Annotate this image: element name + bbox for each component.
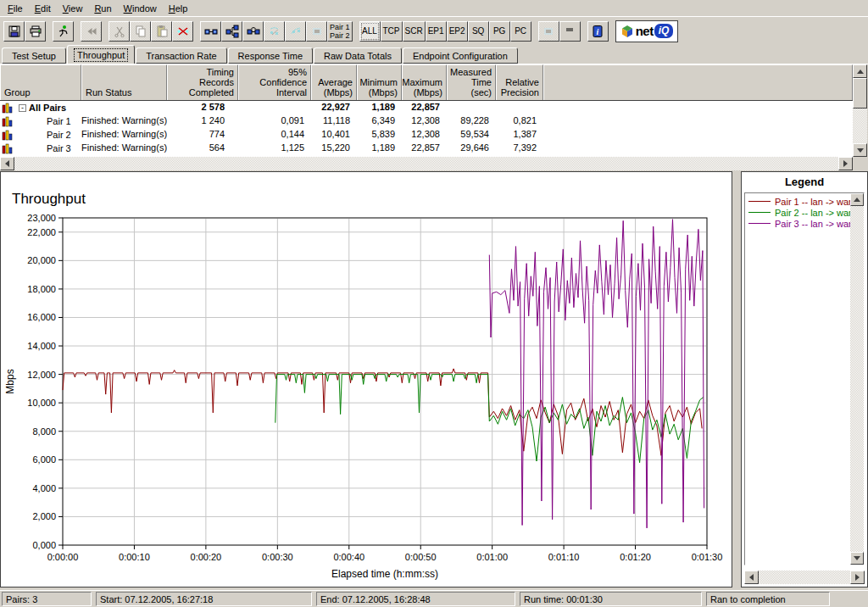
- replicate-pair-button: [285, 21, 306, 42]
- filter-scr-label: SCR: [405, 27, 423, 36]
- value-cell: [238, 101, 311, 114]
- filter-tcp-button[interactable]: TCP: [381, 21, 403, 42]
- svg-text:0:01:30: 0:01:30: [692, 552, 723, 562]
- svg-text:0:00:50: 0:00:50: [405, 552, 437, 562]
- legend-title: Legend: [742, 172, 867, 188]
- tab-test-setup[interactable]: Test Setup: [2, 47, 66, 64]
- value-cell: 1,189: [357, 101, 402, 114]
- legend-line-sample: [748, 212, 771, 213]
- grid-vertical-scrollbar[interactable]: [853, 64, 867, 157]
- table-row-all-pairs[interactable]: -All Pairs2 57822,9271,18922,857: [0, 101, 853, 114]
- legend-scroll-right-arrow-icon[interactable]: [850, 571, 865, 584]
- columns-button: [538, 21, 559, 42]
- svg-text:18,000: 18,000: [27, 284, 56, 294]
- tab-raw-data-totals[interactable]: Raw Data Totals: [314, 47, 402, 64]
- grid-scroll-up-arrow-icon[interactable]: [853, 64, 867, 78]
- svg-text:16,000: 16,000: [27, 312, 56, 322]
- tab-label: Transaction Rate: [142, 49, 220, 63]
- edit-pair-button: [264, 21, 285, 42]
- svg-text:0:01:10: 0:01:10: [548, 552, 580, 562]
- group-cell: -All Pairs: [0, 101, 81, 114]
- grid-scroll-right-arrow-icon[interactable]: [838, 157, 853, 170]
- filter-ep2-button[interactable]: EP2: [447, 21, 468, 42]
- menu-help[interactable]: Help: [163, 2, 194, 15]
- legend-entry-pair-1[interactable]: Pair 1 -- lan -> wan: [747, 196, 862, 207]
- filter-sq-button[interactable]: SQ: [468, 21, 489, 42]
- filler-cell: [543, 128, 853, 142]
- menu-run[interactable]: Run: [88, 2, 117, 15]
- legend-entry-pair-3[interactable]: Pair 3 -- lan -> wan: [747, 218, 862, 229]
- grid-horizontal-scrollbar[interactable]: [0, 157, 853, 170]
- tab-transaction-rate[interactable]: Transaction Rate: [136, 47, 226, 64]
- run-test-icon: [57, 25, 70, 38]
- grid-hscroll-track[interactable]: [14, 157, 838, 170]
- legend-scroll-left-arrow-icon[interactable]: [744, 571, 759, 584]
- rewind-icon: [85, 25, 98, 38]
- grid-header-row: GroupRun StatusTiming Records Completed9…: [0, 64, 853, 101]
- tab-bar: Test SetupThroughputTransaction RateResp…: [0, 45, 868, 64]
- tab-endpoint-configuration[interactable]: Endpoint Configuration: [403, 47, 518, 64]
- filter-ep1-button[interactable]: EP1: [426, 21, 447, 42]
- toolbar-group-filters: ALLTCPSCREP1EP2SQPGPC: [359, 21, 531, 42]
- menu-view[interactable]: View: [57, 2, 89, 15]
- details-view-button[interactable]: [559, 21, 581, 42]
- legend-vertical-scrollbar[interactable]: [850, 193, 864, 565]
- legend-hscroll-track[interactable]: [759, 571, 850, 584]
- run-test-button[interactable]: [53, 21, 74, 42]
- tab-response-time[interactable]: Response Time: [228, 47, 313, 64]
- grid-scroll-thumb[interactable]: [853, 78, 867, 109]
- toolbar: Pair 1 Pair 2ALLTCPSCREP1EP2SQPGPCinetiQ: [0, 16, 868, 45]
- add-pair-button[interactable]: [200, 21, 221, 42]
- svg-text:0:01:20: 0:01:20: [620, 552, 651, 562]
- filter-tcp-label: TCP: [383, 27, 400, 36]
- add-multi-pair-button[interactable]: [221, 21, 242, 42]
- tab-label: Test Setup: [8, 49, 59, 63]
- value-cell: 1,189: [357, 142, 402, 155]
- svg-text:10,000: 10,000: [27, 398, 56, 408]
- table-row-pair-3[interactable]: Pair 3Finished: Warning(s)5641,12515,220…: [0, 142, 853, 155]
- table-row-pair-2[interactable]: Pair 2Finished: Warning(s)7740,14410,401…: [0, 128, 853, 142]
- filter-all-button[interactable]: ALL: [359, 21, 381, 42]
- legend-scroll-up-arrow-icon[interactable]: [850, 193, 864, 206]
- y-axis-labels: 23,00022,00020,00018,00016,00014,00012,0…: [27, 213, 56, 550]
- menu-edit[interactable]: Edit: [29, 2, 57, 15]
- menu-bar: FileEditViewRunWindowHelp: [0, 0, 868, 16]
- filter-scr-button[interactable]: SCR: [403, 21, 426, 42]
- svg-text:8,000: 8,000: [32, 426, 56, 437]
- filter-pc-button[interactable]: PC: [510, 21, 531, 42]
- add-voip-pair-button[interactable]: [242, 21, 264, 42]
- value-cell: 774: [167, 128, 238, 142]
- menu-file[interactable]: File: [2, 2, 29, 15]
- legend-line-sample: [748, 201, 771, 202]
- value-cell: 2 578: [167, 101, 238, 114]
- value-cell: 1,387: [496, 128, 543, 142]
- group-pairs-button: [306, 21, 327, 42]
- x-axis-labels: 0:00:000:00:100:00:200:00:300:00:400:00:…: [47, 552, 723, 562]
- status-field-2: End: 07.12.2005, 16:28:48: [316, 592, 515, 606]
- column-header-7: Measured Time (sec): [447, 64, 496, 100]
- table-row-pair-1[interactable]: Pair 1Finished: Warning(s)1 2400,09111,1…: [0, 114, 853, 128]
- legend-scroll-down-arrow-icon[interactable]: [850, 552, 864, 565]
- legend-horizontal-scrollbar[interactable]: [744, 571, 865, 584]
- print-button[interactable]: [25, 21, 46, 42]
- swap-pair-button[interactable]: Pair 1 Pair 2: [327, 21, 353, 42]
- svg-text:20,000: 20,000: [27, 255, 56, 265]
- tab-throughput[interactable]: Throughput: [67, 45, 135, 64]
- collapse-toggle-icon[interactable]: -: [19, 104, 26, 112]
- grid-scroll-left-arrow-icon[interactable]: [0, 157, 14, 170]
- about-info-button[interactable]: i: [587, 21, 609, 42]
- toolbar-group-edit: [108, 21, 193, 42]
- results-grid: GroupRun StatusTiming Records Completed9…: [0, 64, 868, 170]
- save-button[interactable]: [3, 21, 25, 42]
- panel-splitter[interactable]: [734, 171, 741, 588]
- grid-scroll-track[interactable]: [853, 109, 867, 143]
- menu-window[interactable]: Window: [118, 2, 163, 15]
- filter-pg-label: PG: [493, 27, 505, 36]
- legend-vscroll-track[interactable]: [850, 206, 864, 552]
- value-cell: 1,125: [238, 142, 311, 155]
- toolbar-group-run: [53, 21, 74, 42]
- legend-entry-pair-2[interactable]: Pair 2 -- lan -> wan: [747, 207, 862, 218]
- status-bar: Pairs: 3Start: 07.12.2005, 16:27:18End: …: [0, 590, 868, 607]
- filter-pg-button[interactable]: PG: [489, 21, 510, 42]
- grid-scroll-down-arrow-icon[interactable]: [853, 143, 867, 157]
